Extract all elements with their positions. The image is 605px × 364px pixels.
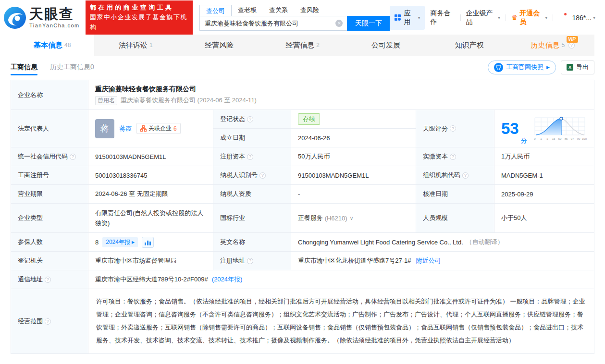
- tab-label: 知识产权: [455, 41, 484, 50]
- annual-report-badge[interactable]: 2024年报 ▶: [102, 237, 138, 247]
- slogan-line2: 国家中小企业发展子基金旗下机构: [90, 12, 188, 32]
- field-label-insured: 参保人数: [11, 233, 88, 252]
- menu-cooperation[interactable]: 商务合作: [430, 9, 455, 26]
- tab-history-info[interactable]: VIP 历史信息 5 ?: [511, 35, 594, 56]
- field-label-taxpayer-quality: 纳税人资质: [213, 185, 291, 204]
- enterprise-label: 企业级产品: [466, 9, 496, 26]
- tianyancha-logo[interactable]: 天眼查 TianYanCha.com: [4, 7, 80, 29]
- field-label-credit-code: 统一社会信用代码 ?: [11, 147, 88, 166]
- field-label-comm-address: 通信地址 ?: [11, 270, 88, 289]
- apps-menu[interactable]: 应用 ▾: [390, 6, 425, 30]
- field-value-company-name: 重庆渝蔓味轻食餐饮服务有限公司 曾用名 重庆渝蔓餐饮服务有限公司 (2024-0…: [88, 80, 594, 110]
- legal-rep-link[interactable]: 蒋霞: [119, 124, 132, 133]
- field-label-reg-address: 注册地址 ?: [213, 252, 291, 270]
- help-icon[interactable]: ?: [247, 258, 253, 264]
- account-phone: 186*...: [572, 14, 592, 22]
- sub-nav: 工商信息 历史工商信息0 凸 工商官网快照 ▶ X 导出: [11, 56, 594, 79]
- account-menu[interactable]: 186*... ▾: [572, 14, 596, 22]
- help-icon[interactable]: ?: [247, 154, 253, 160]
- official-snapshot-button[interactable]: 凸 工商官网快照 ▶: [488, 61, 556, 74]
- legal-rep-avatar[interactable]: 蒋: [95, 119, 114, 138]
- snapshot-label: 工商官网快照: [506, 63, 543, 72]
- tab-legal[interactable]: 法律诉讼 1: [94, 35, 178, 56]
- menu-vip[interactable]: ♛ 开通会员 ▾: [511, 9, 547, 26]
- apps-grid-icon: [395, 14, 401, 21]
- field-value-approval-date: 2025-09-29: [494, 185, 594, 204]
- svg-text:97: 97: [570, 137, 574, 140]
- field-label-english-name: 英文名称: [213, 233, 291, 252]
- field-value-score: 53 分 0 1 3 15: [494, 110, 594, 147]
- search-tab-boss[interactable]: 查老板: [232, 4, 263, 16]
- svg-text:0: 0: [534, 137, 536, 140]
- field-value-reg-authority: 重庆市渝中区市场监督管理局: [88, 252, 213, 270]
- divider: [506, 14, 506, 21]
- score-unit: 分: [521, 136, 527, 145]
- chevron-down-icon: ▾: [545, 15, 547, 20]
- related-count: 6: [173, 125, 177, 132]
- tab-intellectual-property[interactable]: 知识产权: [428, 35, 511, 56]
- tab-operation-info[interactable]: 经营信息 2: [261, 35, 345, 56]
- search-tab-company[interactable]: 查公司: [199, 5, 232, 16]
- field-value-english-name: Chongqing Yumanwei Light Food Catering S…: [291, 233, 594, 252]
- field-value-business-scope: 许可项目：餐饮服务；食品销售。（依法须经批准的项目，经相关部门批准后方可开展经营…: [88, 289, 594, 353]
- subtab-business-info[interactable]: 工商信息: [11, 56, 37, 79]
- business-info-table: 企业名称 重庆渝蔓味轻食餐饮服务有限公司 曾用名 重庆渝蔓餐饮服务有限公司 (2…: [11, 80, 594, 354]
- top-header: 天眼查 TianYanCha.com 都在用的商业查询工具 国家中小企业发展子基…: [0, 0, 605, 31]
- search-tab-relation[interactable]: 查关系: [263, 4, 294, 16]
- divider: [553, 14, 553, 21]
- header-menu: 应用 ▾ 商务合作 企业级产品 ▾ ♛ 开通会员 ▾ 186*... ▾: [390, 6, 595, 30]
- related-label: 关联企业: [148, 124, 172, 133]
- help-icon[interactable]: ?: [247, 116, 253, 122]
- export-button[interactable]: X 导出: [561, 61, 594, 74]
- notification-bell-icon[interactable]: [558, 13, 567, 22]
- related-companies-icon: [140, 125, 147, 132]
- help-icon[interactable]: ?: [450, 125, 456, 132]
- help-icon[interactable]: ?: [450, 154, 456, 160]
- help-icon[interactable]: ?: [462, 172, 469, 179]
- field-label-legal-rep: 法定代表人: [11, 110, 88, 147]
- search-tab-risk[interactable]: 查风险: [294, 4, 325, 16]
- search-input[interactable]: [199, 16, 347, 31]
- chevron-down-icon[interactable]: ∨: [350, 215, 354, 221]
- excel-icon: X: [567, 64, 573, 71]
- help-icon[interactable]: ?: [259, 172, 266, 179]
- slogan-line1: 都在用的商业查询工具: [90, 3, 188, 12]
- divider: [460, 14, 461, 21]
- main-nav: 基本信息 48 法律诉讼 1 经营风险 经营信息 2 公司发展 知识产权 VIP…: [11, 35, 594, 56]
- help-icon[interactable]: ?: [568, 42, 575, 49]
- tab-label: 公司发展: [371, 41, 400, 50]
- field-value-industry: 正餐服务 (H6210) ∨: [291, 204, 416, 233]
- field-value-comm-address: 重庆市渝中区经纬大道789号10-2#F009# (2024年报): [88, 270, 594, 289]
- related-companies-button[interactable]: 关联企业 6: [136, 123, 181, 134]
- nearby-companies-link[interactable]: 附近公司: [416, 256, 441, 265]
- field-label-reg-capital: 注册资本 ?: [213, 147, 291, 166]
- tab-label: 经营信息: [285, 41, 314, 50]
- tab-basic-info[interactable]: 基本信息 48: [11, 35, 94, 56]
- svg-text:85: 85: [564, 137, 568, 140]
- menu-enterprise[interactable]: 企业级产品 ▾: [466, 9, 500, 26]
- field-value-reg-number: 500103018336745: [88, 166, 213, 185]
- search-tabs: 查公司 查老板 查关系 查风险: [199, 4, 390, 16]
- former-name-badge: 曾用名: [95, 96, 117, 105]
- search-button[interactable]: 天眼一下: [347, 16, 390, 31]
- tab-label: 经营风险: [205, 41, 234, 50]
- help-icon[interactable]: ?: [70, 154, 76, 160]
- field-label-company-name: 企业名称: [11, 80, 88, 110]
- field-value-taxpayer-quality: -: [291, 185, 416, 204]
- tab-count: 1: [149, 42, 153, 49]
- help-icon[interactable]: ?: [45, 318, 51, 325]
- industry-code: (H6210): [325, 215, 347, 222]
- search-area: 查公司 查老板 查关系 查风险 × 天眼一下: [199, 4, 390, 31]
- score-distribution-chart: 0 1 3 15 50 85 97 99 100: [533, 115, 587, 143]
- tab-company-development[interactable]: 公司发展: [344, 35, 428, 56]
- field-label-score: 天眼评分 ?: [416, 110, 494, 147]
- field-value-legal-rep: 蒋 蒋霞 关联企业 6: [88, 110, 213, 147]
- help-icon[interactable]: ?: [45, 277, 51, 283]
- tab-label: 基本信息: [34, 41, 62, 50]
- bar-chart-icon: [145, 243, 146, 245]
- subtab-history-business-info[interactable]: 历史工商信息0: [50, 56, 94, 79]
- vip-label: 开通会员: [519, 9, 543, 26]
- comm-address-annual-report-link[interactable]: (2024年报): [212, 275, 243, 284]
- insured-trend-button[interactable]: [142, 237, 154, 248]
- tab-operation-risk[interactable]: 经营风险: [177, 35, 261, 56]
